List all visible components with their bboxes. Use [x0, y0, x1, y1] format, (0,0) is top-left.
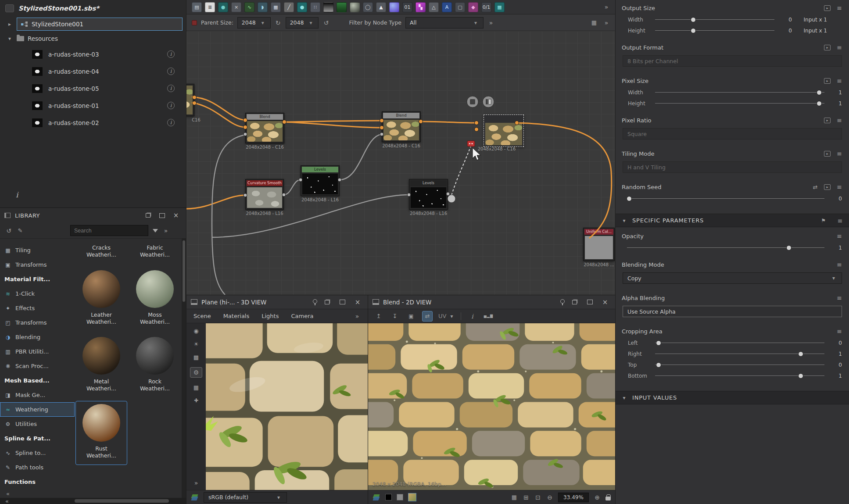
shape-node-icon[interactable]: ●	[297, 2, 307, 12]
library-category-utilities[interactable]: ⚙Utilities	[0, 417, 75, 431]
library-vertical-scrollbar[interactable]	[182, 239, 186, 498]
slider-knob[interactable]	[691, 28, 696, 33]
restore-panel-button[interactable]	[569, 298, 580, 307]
resource-item[interactable]: a-rudas-stone-02i	[0, 114, 186, 131]
library-category-weathering[interactable]: ≈Weathering	[0, 402, 75, 417]
parent-size-dropdown[interactable]: 2048	[237, 17, 271, 29]
zoom-level-input[interactable]	[558, 493, 589, 502]
close-panel-button[interactable]	[352, 298, 363, 307]
image-channels-icon[interactable]	[422, 311, 433, 322]
search-input[interactable]	[70, 225, 148, 236]
light-icon[interactable]	[193, 341, 200, 347]
polygon-node-icon[interactable]: ▲	[376, 2, 386, 12]
library-item-rock[interactable]: RockWeatheri...	[129, 334, 181, 398]
hsl-node-icon[interactable]: ▚	[416, 2, 426, 12]
expose-parameter-icon[interactable]	[824, 118, 831, 123]
tiling-toggle-icon[interactable]	[523, 494, 530, 501]
image-info-icon[interactable]	[467, 311, 477, 322]
maximize-panel-button[interactable]	[156, 211, 168, 220]
pin-icon[interactable]	[559, 299, 565, 306]
library-category-effects[interactable]: ✦Effects	[0, 301, 75, 315]
texture-preview-swatch[interactable]	[408, 493, 416, 501]
info-icon[interactable]: i	[167, 102, 175, 109]
menu-icon[interactable]	[837, 217, 844, 224]
graph-tree-row[interactable]: StylizedStone001	[0, 17, 186, 32]
library-category-pbr-utiliti[interactable]: ▥PBR Utiliti...	[0, 344, 75, 359]
link-size-icon[interactable]	[275, 19, 282, 26]
ellipse-node-icon[interactable]: ◯	[363, 2, 373, 12]
slider-knob[interactable]	[798, 351, 803, 357]
slider-knob[interactable]	[691, 17, 696, 22]
blend-node-selected[interactable]: Blend	[484, 114, 524, 147]
resources-folder-row[interactable]: Resources	[0, 32, 186, 46]
restore-panel-button[interactable]	[142, 211, 154, 220]
dropdown-alpha-blending[interactable]: Use Source Alpha	[623, 306, 842, 317]
expose-parameter-icon[interactable]	[824, 45, 831, 50]
3d-viewport[interactable]	[206, 323, 368, 490]
copy-image-icon[interactable]	[406, 311, 416, 322]
slider-track[interactable]	[655, 100, 824, 107]
transform-2d-node-icon[interactable]: ▢	[455, 2, 465, 12]
collapse-icon[interactable]	[4, 490, 11, 497]
scrollbar-thumb[interactable]	[183, 240, 185, 302]
chevron-down-icon[interactable]	[6, 36, 13, 42]
library-category-blending[interactable]: ◑Blending	[0, 330, 75, 344]
library-category-mask-ge[interactable]: ◨Mask Ge...	[0, 388, 75, 402]
panel-overflow-icon[interactable]	[603, 19, 610, 26]
layers-icon[interactable]	[191, 494, 199, 501]
background-gray-swatch[interactable]	[397, 494, 403, 500]
blur-hq-node-icon[interactable]: ◗	[258, 2, 268, 12]
input-stone-node[interactable]	[186, 84, 194, 116]
slider-track[interactable]	[655, 17, 774, 23]
library-item-rust[interactable]: RustWeatheri...	[75, 401, 127, 465]
maximize-panel-button[interactable]	[337, 298, 348, 307]
switch-node-icon[interactable]: 01	[402, 2, 412, 12]
slider-track[interactable]	[655, 351, 824, 357]
gradient-linear-node-icon[interactable]	[323, 2, 333, 12]
section-bar-specific-parameters[interactable]: SPECIFIC PARAMETERS	[616, 214, 849, 227]
slider-knob[interactable]	[656, 340, 661, 346]
slider-track[interactable]	[627, 245, 824, 251]
slider-knob[interactable]	[786, 245, 792, 250]
library-item-moss[interactable]: MossWeatheri...	[129, 267, 181, 332]
histogram-icon[interactable]	[483, 311, 494, 322]
camera-icon[interactable]	[193, 328, 200, 334]
display-settings-button[interactable]	[190, 367, 202, 378]
grid-toggle-icon[interactable]	[511, 494, 518, 500]
library-item-fabric[interactable]: FabricWeatheri...	[129, 241, 181, 265]
node-type-filter-dropdown[interactable]: All	[405, 17, 484, 29]
histogram-node-icon[interactable]: ▤	[192, 2, 202, 12]
text-doc-node-icon[interactable]: ≣	[205, 2, 215, 12]
blend-node-1[interactable]: Blend	[245, 113, 284, 143]
curve-node-icon[interactable]: ∿	[244, 2, 254, 12]
blend-node-2[interactable]: Blend	[382, 111, 421, 142]
menu-icon[interactable]	[836, 77, 843, 84]
slider-knob[interactable]	[817, 90, 822, 95]
linked-size-dropdown[interactable]: 2048	[286, 17, 319, 29]
slider-track[interactable]	[655, 373, 824, 379]
levels-node-1[interactable]: Levels	[301, 165, 340, 196]
menu-lights[interactable]: Lights	[262, 313, 279, 319]
gradient-axial-node-icon[interactable]	[337, 2, 347, 12]
slider-track[interactable]	[655, 340, 824, 346]
directional-warp-node-icon[interactable]: ×	[231, 2, 241, 12]
bookmark-icon[interactable]	[820, 218, 827, 224]
library-category-path-tools[interactable]: ✎Path tools	[0, 460, 75, 475]
library-category-transforms[interactable]: ▣Transforms	[0, 257, 75, 272]
colorspace-dropdown[interactable]: sRGB (default)	[204, 492, 287, 503]
chevron-right-icon[interactable]	[6, 21, 13, 27]
background-black-swatch[interactable]	[385, 494, 392, 500]
curvature-smooth-node[interactable]: Curvature Smooth	[245, 179, 284, 210]
blur-node-icon[interactable]: ●	[218, 2, 228, 12]
collapse-icon[interactable]	[4, 498, 11, 504]
section-bar-input-values[interactable]: INPUT VALUES	[616, 391, 849, 404]
expose-parameter-icon[interactable]	[824, 184, 831, 190]
history-icon[interactable]	[5, 227, 12, 234]
info-icon[interactable]: i	[167, 68, 175, 75]
toolbar-overflow-icon[interactable]	[603, 4, 610, 11]
export-image-icon[interactable]	[373, 311, 384, 322]
reset-size-icon[interactable]	[322, 19, 330, 26]
filter-icon[interactable]	[153, 229, 158, 232]
pin-icon[interactable]	[312, 299, 317, 306]
library-item-metal[interactable]: MetalWeatheri...	[75, 334, 127, 398]
